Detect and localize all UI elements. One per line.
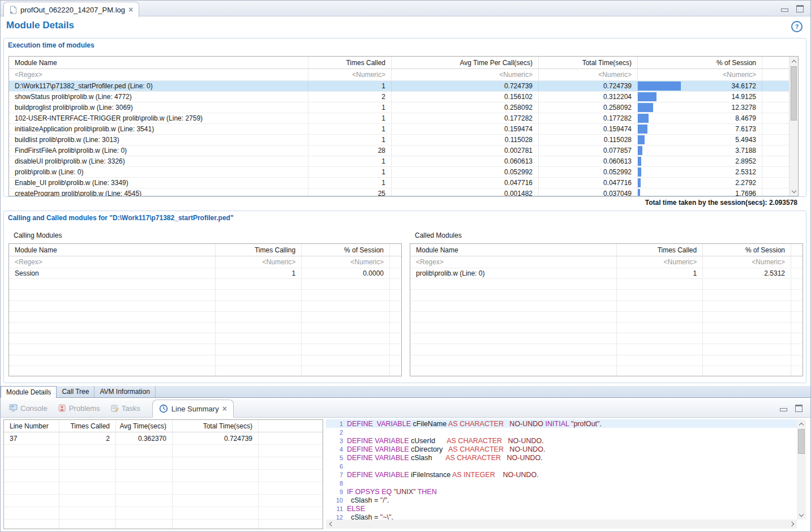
table-row[interactable]: createProgram prolib\prolib.w (Line: 454… (9, 188, 789, 196)
help-icon[interactable]: ? (791, 21, 803, 32)
table-header-row: Module NameTimes Called% of Session (410, 244, 803, 256)
table-row[interactable]: Session10.0000 (9, 268, 401, 279)
code-line[interactable]: 10 cSlash = "/". (326, 496, 797, 504)
filter-cell[interactable]: <Numeric> (638, 69, 762, 80)
column-header[interactable]: % of Session (302, 244, 390, 256)
code-token: DEFINE VARIABLE (347, 454, 411, 462)
column-header[interactable]: Total Time(secs) (173, 420, 259, 432)
code-horizontal-scrollbar[interactable] (326, 520, 797, 529)
code-line[interactable]: 4DEFINE VARIABLE cDirectory AS CHARACTER… (326, 445, 797, 453)
column-header[interactable]: Module Name (9, 244, 216, 256)
table-row[interactable]: initializeApplication prolib\prolib.w (L… (9, 124, 789, 135)
editor-tab-profout-log[interactable]: profOut_062220_14207_PM.log × (3, 2, 139, 17)
scrollbar-thumb[interactable] (791, 66, 797, 121)
code-line[interactable]: 6 (326, 462, 797, 470)
filter-cell[interactable]: <Numeric> (308, 69, 392, 80)
pct-value: 1.7696 (735, 190, 756, 196)
execution-time-table[interactable]: Module NameTimes CalledAvg Time Per Call… (8, 56, 799, 196)
scroll-down-icon[interactable] (789, 187, 799, 196)
filter-cell[interactable]: <Regex> (9, 69, 308, 80)
table-row[interactable]: FindFirstFileA prolib\prolib.w (Line: 0)… (9, 145, 789, 156)
filter-cell[interactable]: <Numeric> (703, 256, 791, 268)
calling-modules-table[interactable]: Module NameTimes Calling% of Session<Reg… (8, 243, 402, 376)
scroll-up-icon[interactable] (789, 57, 799, 66)
problems-icon (58, 404, 66, 412)
table-row[interactable]: D:\Work117\p71382_startProfiler.ped (Lin… (9, 81, 789, 92)
table-row[interactable]: 102-USER-INTERFACE-TRIGGER prolib\prolib… (9, 113, 789, 124)
table-row[interactable]: buildlist prolib\prolib.w (Line: 3013)10… (9, 135, 789, 145)
table-row[interactable]: prolib\prolib.w (Line: 0)12.5312 (410, 268, 803, 279)
filter-cell[interactable]: <Regex> (410, 256, 617, 268)
table-row[interactable]: 3720.3623700.724739 (4, 432, 323, 445)
filter-cell[interactable]: <Numeric> (617, 256, 703, 268)
column-header[interactable]: % of Session (703, 244, 791, 256)
line-summary-table[interactable]: Line NumberTimes CalledAvg Time(secs)Tot… (3, 419, 323, 529)
filter-cell[interactable]: <Numeric> (392, 69, 539, 80)
column-header[interactable]: Times Called (308, 57, 392, 68)
filter-cell[interactable]: <Regex> (9, 256, 216, 268)
table-row[interactable]: prolib\prolib.w (Line: 0)10.0529920.0529… (9, 167, 789, 178)
table-row[interactable]: disableUI prolib\prolib.w (Line: 3326)10… (9, 156, 789, 167)
filter-cell[interactable]: <Numeric> (539, 69, 638, 80)
column-header[interactable]: Module Name (410, 244, 617, 256)
filter-cell[interactable]: <Numeric> (302, 256, 390, 268)
column-header[interactable]: Module Name (9, 57, 308, 68)
maximize-icon[interactable] (796, 5, 804, 12)
console-tab-console[interactable]: Console (4, 399, 53, 417)
view-tab-label: Module Details (6, 388, 51, 396)
empty-table-row (410, 290, 803, 301)
console-tab-problems[interactable]: Problems (53, 399, 105, 417)
code-token: DEFINE VARIABLE (347, 445, 411, 453)
column-header[interactable]: Avg Time(secs) (116, 420, 173, 432)
code-line[interactable]: 3DEFINE VARIABLE cUserId AS CHARACTER NO… (326, 436, 797, 445)
avg-time-cell: 0.115028 (392, 135, 539, 145)
code-line[interactable]: 12 cSlash = "~\". (326, 513, 797, 520)
empty-cell (762, 178, 789, 188)
column-header[interactable]: % of Session (638, 57, 762, 68)
console-tab-line-summary[interactable]: Line Summary× (152, 400, 234, 418)
column-header[interactable]: Times Called (59, 420, 116, 432)
column-header[interactable]: Total Time(secs) (539, 57, 638, 68)
empty-cell (4, 470, 59, 482)
table-row[interactable]: showStatus prolib\prolib.w (Line: 4772)2… (9, 92, 789, 102)
column-header[interactable]: Avg Time Per Call(secs) (392, 57, 539, 68)
code-line[interactable]: 11ELSE (326, 504, 797, 513)
column-header[interactable]: Line Number (4, 420, 59, 432)
profiler-window: profOut_062220_14207_PM.log × Module Det… (0, 0, 811, 532)
code-line[interactable]: 8 (326, 479, 797, 487)
scroll-left-icon[interactable] (326, 520, 335, 529)
code-vertical-scrollbar[interactable] (797, 419, 806, 520)
column-header[interactable]: Times Called (617, 244, 703, 256)
exec-table-scrollbar[interactable] (789, 57, 798, 196)
total-time-cell: 0.077857 (539, 145, 638, 156)
view-tab-module-details[interactable]: Module Details (1, 386, 57, 398)
filter-cell[interactable]: <Numeric> (216, 256, 302, 268)
view-tab-avm-information[interactable]: AVM Information (95, 386, 155, 397)
code-editor[interactable]: 1DEFINE VARIABLE cFileName AS CHARACTER … (326, 419, 806, 529)
pct-session-cell: 2.8952 (638, 156, 762, 166)
close-icon[interactable]: × (128, 6, 133, 13)
minimize-icon[interactable] (780, 408, 787, 411)
section-title-calling-called: Calling and Called modules for "D:\Work1… (8, 214, 234, 222)
console-panel: ConsoleProblemsTasksLine Summary× Line N… (1, 400, 810, 531)
view-tab-call-tree[interactable]: Call Tree (57, 386, 95, 397)
line-number: 10 (326, 497, 347, 504)
table-row[interactable]: buildproglist prolib\prolib.w (Line: 306… (9, 102, 789, 113)
close-icon[interactable]: × (222, 405, 227, 412)
minimize-icon[interactable] (781, 8, 788, 12)
code-line[interactable]: 7DEFINE VARIABLE iFileInstance AS INTEGE… (326, 470, 797, 479)
code-token: . (600, 420, 602, 428)
console-tab-tasks[interactable]: Tasks (105, 399, 145, 417)
code-line[interactable]: 9IF OPSYS EQ "UNIX" THEN (326, 487, 797, 496)
table-row[interactable]: Enable_UI prolib\prolib.w (Line: 3349)10… (9, 178, 789, 188)
scroll-up-icon[interactable] (797, 419, 806, 428)
column-header[interactable]: Times Calling (216, 244, 302, 256)
scroll-down-icon[interactable] (797, 510, 806, 520)
code-line[interactable]: 1DEFINE VARIABLE cFileName AS CHARACTER … (326, 419, 797, 428)
code-line[interactable]: 2 (326, 428, 797, 436)
called-modules-table[interactable]: Module NameTimes Called% of Session<Rege… (410, 243, 803, 376)
scrollbar-thumb[interactable] (798, 429, 805, 454)
scroll-right-icon[interactable] (788, 520, 797, 529)
code-line[interactable]: 5DEFINE VARIABLE cSlash AS CHARACTER NO-… (326, 453, 797, 462)
maximize-icon[interactable] (795, 405, 803, 412)
